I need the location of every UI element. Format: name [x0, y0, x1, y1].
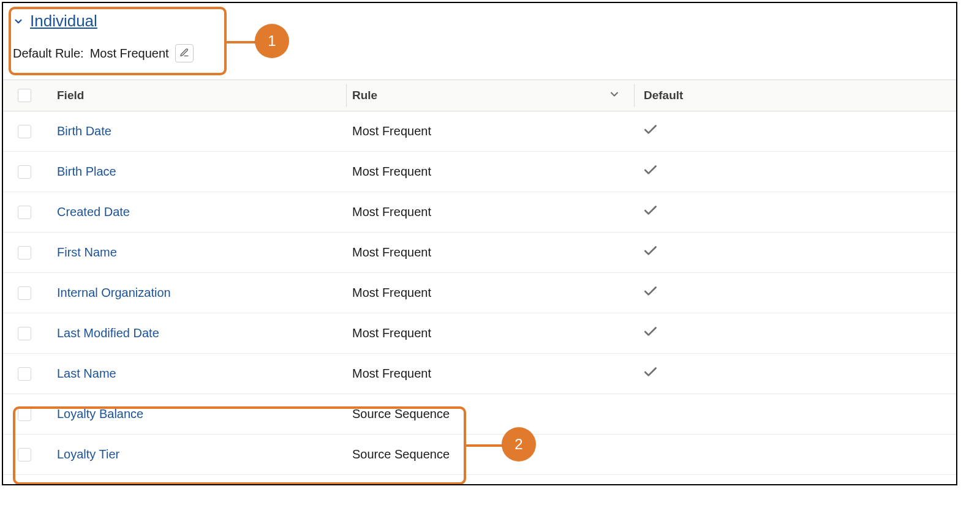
- row-checkbox[interactable]: [18, 327, 31, 340]
- row-checkbox[interactable]: [18, 206, 31, 219]
- field-link[interactable]: Created Date: [57, 205, 130, 219]
- row-checkbox[interactable]: [18, 125, 31, 138]
- edit-default-rule-button[interactable]: [175, 44, 194, 62]
- rule-value: Most Frequent: [346, 205, 634, 219]
- row-checkbox[interactable]: [18, 367, 31, 381]
- pencil-icon: [179, 48, 189, 59]
- table-row: First NameMost Frequent: [3, 233, 956, 273]
- check-icon: [643, 207, 658, 221]
- table-header-row: Field Rule Default: [3, 80, 956, 111]
- check-icon: [643, 369, 658, 383]
- column-header-default[interactable]: Default: [634, 89, 956, 102]
- check-icon: [643, 127, 658, 140]
- default-cell: [634, 283, 956, 302]
- column-header-rule[interactable]: Rule: [346, 88, 634, 103]
- field-link[interactable]: Last Name: [57, 367, 116, 380]
- rule-value: Most Frequent: [346, 165, 634, 179]
- row-checkbox[interactable]: [18, 246, 31, 260]
- default-cell: [634, 162, 956, 181]
- table-row: Internal OrganizationMost Frequent: [3, 273, 956, 313]
- section-header: Individual Default Rule: Most Frequent: [3, 3, 956, 69]
- column-header-field[interactable]: Field: [46, 89, 346, 102]
- field-link[interactable]: Birth Date: [57, 124, 111, 138]
- field-link[interactable]: Loyalty Balance: [57, 407, 143, 420]
- check-icon: [643, 167, 658, 181]
- default-rule-label: Default Rule:: [13, 47, 84, 61]
- rule-value: Source Sequence: [346, 407, 634, 421]
- table-row: Birth DateMost Frequent: [3, 111, 956, 152]
- select-all-checkbox[interactable]: [18, 89, 31, 102]
- field-link[interactable]: Loyalty Tier: [57, 447, 119, 461]
- table-row: Created DateMost Frequent: [3, 192, 956, 233]
- table-row: Last Modified DateMost Frequent: [3, 313, 956, 354]
- table-row: Loyalty TierSource Sequence: [3, 435, 956, 475]
- chevron-down-icon[interactable]: [13, 16, 24, 27]
- row-checkbox[interactable]: [18, 448, 31, 461]
- table-row: Last NameMost Frequent: [3, 354, 956, 394]
- rule-value: Most Frequent: [346, 124, 634, 138]
- default-cell: [634, 364, 956, 383]
- rule-value: Most Frequent: [346, 286, 634, 300]
- default-rule-value: Most Frequent: [90, 47, 169, 61]
- rule-value: Most Frequent: [346, 367, 634, 381]
- field-link[interactable]: Birth Place: [57, 165, 116, 178]
- default-cell: [634, 324, 956, 343]
- check-icon: [643, 329, 658, 342]
- table-row: Birth PlaceMost Frequent: [3, 152, 956, 192]
- column-header-rule-label: Rule: [352, 89, 377, 102]
- row-checkbox[interactable]: [18, 286, 31, 300]
- field-link[interactable]: First Name: [57, 245, 117, 259]
- rules-table: Field Rule Default Birth DateMost Freque…: [3, 80, 956, 475]
- rule-value: Most Frequent: [346, 245, 634, 260]
- check-icon: [643, 288, 658, 302]
- row-checkbox[interactable]: [18, 408, 31, 421]
- rule-value: Most Frequent: [346, 326, 634, 340]
- default-cell: [634, 122, 956, 141]
- chevron-down-icon: [608, 88, 620, 103]
- check-icon: [643, 248, 658, 261]
- default-cell: [634, 203, 956, 222]
- table-row: Loyalty BalanceSource Sequence: [3, 394, 956, 435]
- section-title-link[interactable]: Individual: [30, 12, 97, 31]
- row-checkbox[interactable]: [18, 165, 31, 179]
- field-link[interactable]: Last Modified Date: [57, 326, 159, 340]
- default-cell: [634, 243, 956, 262]
- rule-value: Source Sequence: [346, 447, 634, 461]
- field-link[interactable]: Internal Organization: [57, 286, 171, 299]
